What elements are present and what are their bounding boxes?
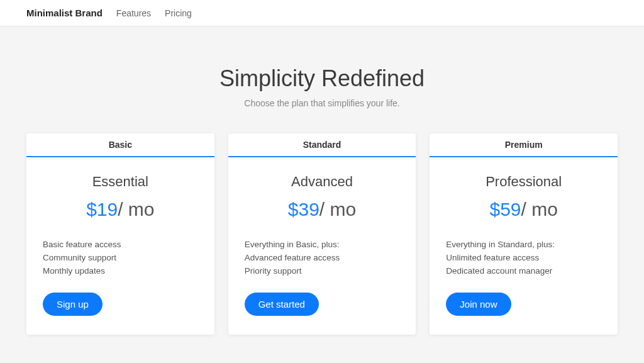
plan-price-amount: $59 — [489, 199, 521, 220]
hero: Simplicity Redefined Choose the plan tha… — [0, 26, 644, 133]
plan-features: Everything in Standard, plus: Unlimited … — [446, 238, 601, 277]
plan-name: Advanced — [245, 174, 400, 190]
plan-price: $19/ mo — [43, 199, 198, 220]
plan-feature: Advanced feature access — [245, 251, 400, 264]
plan-features: Everything in Basic, plus: Advanced feat… — [245, 238, 400, 277]
signup-button[interactable]: Sign up — [43, 293, 103, 316]
plan-feature: Everything in Basic, plus: — [245, 238, 400, 251]
plan-feature: Dedicated account manager — [446, 264, 601, 277]
plan-price-amount: $39 — [288, 199, 319, 220]
plan-feature: Monthly updates — [43, 264, 198, 277]
plan-price-period: / mo — [319, 199, 356, 220]
plan-standard: Standard Advanced $39/ mo Everything in … — [228, 133, 416, 335]
nav-features[interactable]: Features — [116, 8, 151, 18]
plan-tier-label: Premium — [430, 133, 618, 157]
plan-premium: Premium Professional $59/ mo Everything … — [430, 133, 618, 335]
nav-pricing[interactable]: Pricing — [165, 8, 192, 18]
hero-title: Simplicity Redefined — [13, 65, 631, 92]
plan-price-amount: $19 — [86, 199, 118, 220]
hero-subtitle: Choose the plan that simplifies your lif… — [13, 98, 631, 108]
plan-name: Professional — [446, 174, 601, 190]
plan-price: $39/ mo — [245, 199, 400, 220]
plan-price-period: / mo — [118, 199, 154, 220]
join-now-button[interactable]: Join now — [446, 293, 511, 316]
plan-feature: Community support — [43, 251, 198, 264]
plan-price: $59/ mo — [446, 199, 601, 220]
plan-tier-label: Standard — [228, 133, 416, 157]
plan-features: Basic feature access Community support M… — [43, 238, 198, 277]
plan-name: Essential — [43, 174, 198, 190]
site-header: Minimalist Brand Features Pricing — [0, 0, 644, 26]
plan-price-period: / mo — [521, 199, 558, 220]
pricing-plans: Basic Essential $19/ mo Basic feature ac… — [8, 133, 636, 363]
plan-feature: Everything in Standard, plus: — [446, 238, 601, 251]
get-started-button[interactable]: Get started — [245, 293, 319, 316]
plan-tier-label: Basic — [26, 133, 214, 157]
plan-basic: Basic Essential $19/ mo Basic feature ac… — [26, 133, 214, 335]
brand-name: Minimalist Brand — [26, 8, 103, 18]
plan-feature: Unlimited feature access — [446, 251, 601, 264]
plan-feature: Basic feature access — [43, 238, 198, 251]
plan-feature: Priority support — [245, 264, 400, 277]
